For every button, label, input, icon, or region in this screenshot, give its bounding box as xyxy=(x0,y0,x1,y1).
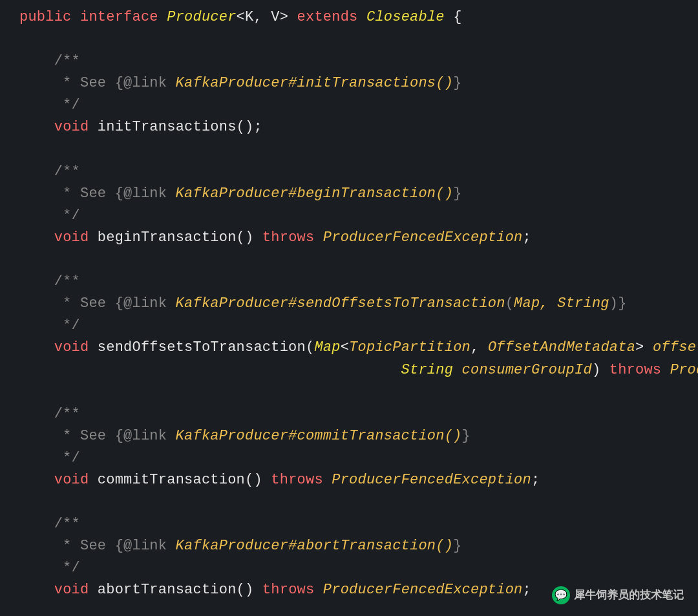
code-line: * See {@link KafkaProducer#commitTransac… xyxy=(19,425,685,447)
code-line: void commitTransaction() throws Producer… xyxy=(19,469,685,491)
wechat-icon: 💬 xyxy=(552,586,570,604)
code-line xyxy=(19,28,685,50)
code-line: /** xyxy=(19,161,685,183)
code-line: */ xyxy=(19,94,685,116)
code-line: * See {@link KafkaProducer#sendOffsetsTo… xyxy=(19,293,685,315)
code-line: * See {@link KafkaProducer#abortTransact… xyxy=(19,535,685,557)
code-line: /** xyxy=(19,403,685,425)
code-line: */ xyxy=(19,315,685,337)
code-line: */ xyxy=(19,447,685,469)
code-line: String consumerGroupId) throws ProducerF… xyxy=(19,359,685,381)
code-line xyxy=(19,491,685,513)
code-line: /** xyxy=(19,271,685,293)
code-line: /** xyxy=(19,513,685,535)
code-block: public interface Producer<K, V> extends … xyxy=(0,0,698,616)
watermark-text: 犀牛饲养员的技术笔记 xyxy=(574,587,684,604)
code-line: void beginTransaction() throws ProducerF… xyxy=(19,227,685,249)
code-line: */ xyxy=(19,205,685,227)
code-line xyxy=(19,139,685,161)
code-line: public interface Producer<K, V> extends … xyxy=(19,6,685,28)
code-line xyxy=(19,249,685,271)
code-line: void initTransactions(); xyxy=(19,116,685,138)
code-line: /** xyxy=(19,50,685,72)
code-line: * See {@link KafkaProducer#initTransacti… xyxy=(19,72,685,94)
code-line: * See {@link KafkaProducer#beginTransact… xyxy=(19,183,685,205)
code-line: void sendOffsetsToTransaction(Map<TopicP… xyxy=(19,337,685,359)
code-line xyxy=(19,381,685,403)
watermark: 💬 犀牛饲养员的技术笔记 xyxy=(552,586,684,604)
code-line: */ xyxy=(19,557,685,579)
